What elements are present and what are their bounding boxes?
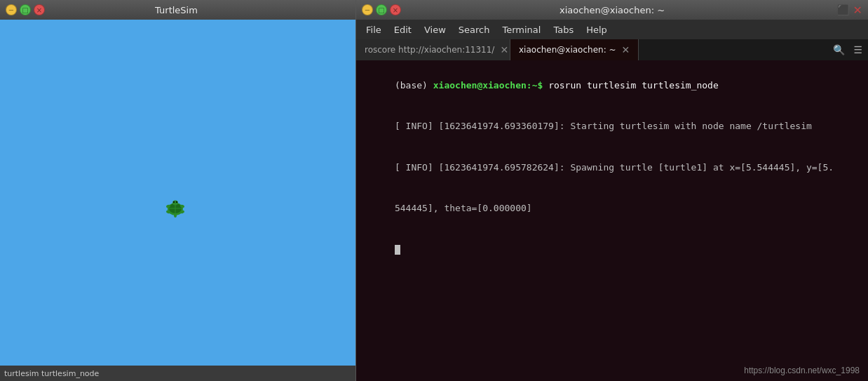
terminal-tabs-row: roscore http://xiaochen:11311/ ✕ xiaoche…: [356, 39, 868, 60]
terminal-info-1: [ INFO] [1623641974.693360179]: Starting…: [395, 121, 812, 131]
menu-search[interactable]: Search: [453, 22, 496, 37]
turtlesim-window-controls[interactable]: − □ ×: [6, 4, 45, 15]
turtlesim-statusbar: turtlesim turtlesim_node: [0, 366, 355, 381]
terminal-minimize-icon[interactable]: ⬛: [837, 4, 849, 15]
turtlesim-title: TurtleSim: [45, 5, 308, 15]
menu-file[interactable]: File: [360, 22, 387, 37]
turtle-sprite: [161, 194, 189, 222]
terminal-info-2: [ INFO] [1623641974.695782624]: Spawning…: [395, 162, 834, 173]
terminal-line-1: (base) xiaochen@xiaochen:~$ rosrun turtl…: [362, 65, 862, 106]
turtlesim-status-text: turtlesim turtlesim_node: [4, 369, 99, 378]
terminal-base-label: (base): [395, 80, 433, 91]
terminal-close-button[interactable]: ×: [390, 4, 401, 15]
menu-terminal[interactable]: Terminal: [496, 22, 546, 37]
terminal-line-3: [ INFO] [1623641974.695782624]: Spawning…: [362, 147, 862, 188]
menu-edit[interactable]: Edit: [388, 22, 417, 37]
svg-point-4: [172, 201, 178, 206]
terminal-window: − □ × xiaochen@xiaochen: ~ ⬛ ✕ File Edit…: [356, 0, 868, 381]
terminal-menubar: File Edit View Search Terminal Tabs Help: [356, 20, 868, 39]
tab-xiaochen-close[interactable]: ✕: [622, 45, 630, 55]
terminal-close-icon[interactable]: ✕: [853, 4, 862, 17]
turtlesim-titlebar: − □ × TurtleSim: [0, 0, 355, 20]
turtlesim-minimize-button[interactable]: −: [6, 4, 17, 15]
svg-point-9: [174, 213, 177, 218]
terminal-line-cursor: [362, 229, 862, 270]
terminal-line-4: 544445], theta=[0.000000]: [362, 188, 862, 229]
terminal-tab-icons: 🔍 ☰: [830, 43, 868, 57]
turtlesim-maximize-button[interactable]: □: [20, 4, 31, 15]
tab-xiaochen[interactable]: xiaochen@xiaochen: ~ ✕: [510, 39, 639, 60]
terminal-title: xiaochen@xiaochen: ~: [404, 5, 820, 15]
svg-point-10: [173, 201, 175, 203]
turtlesim-canvas: [0, 20, 355, 366]
terminal-cursor: [395, 245, 400, 255]
terminal-content[interactable]: (base) xiaochen@xiaochen:~$ rosrun turtl…: [356, 60, 868, 381]
svg-point-11: [176, 201, 177, 203]
terminal-prompt: xiaochen@xiaochen:~$: [433, 80, 543, 91]
terminal-titlebar: − □ × xiaochen@xiaochen: ~ ⬛ ✕: [356, 0, 868, 20]
terminal-minimize-button[interactable]: −: [362, 4, 373, 15]
tab-xiaochen-label: xiaochen@xiaochen: ~: [519, 45, 616, 55]
tab-roscore-close[interactable]: ✕: [500, 45, 508, 55]
terminal-maximize-button[interactable]: □: [376, 4, 387, 15]
menu-help[interactable]: Help: [581, 22, 613, 37]
terminal-menu-icon[interactable]: ☰: [850, 43, 865, 57]
tab-roscore-label: roscore http://xiaochen:11311/: [365, 45, 494, 55]
terminal-watermark: https://blog.csdn.net/wxc_1998: [744, 366, 860, 375]
terminal-info-2-cont: 544445], theta=[0.000000]: [395, 203, 532, 213]
terminal-command: rosrun turtlesim turtlesim_node: [543, 80, 718, 91]
menu-view[interactable]: View: [419, 22, 452, 37]
terminal-search-icon[interactable]: 🔍: [830, 43, 848, 57]
terminal-line-2: [ INFO] [1623641974.693360179]: Starting…: [362, 106, 862, 147]
turtlesim-close-button[interactable]: ×: [34, 4, 45, 15]
tab-roscore[interactable]: roscore http://xiaochen:11311/ ✕: [356, 39, 510, 60]
turtlesim-window: − □ × TurtleSim: [0, 0, 356, 381]
menu-tabs[interactable]: Tabs: [548, 22, 579, 37]
